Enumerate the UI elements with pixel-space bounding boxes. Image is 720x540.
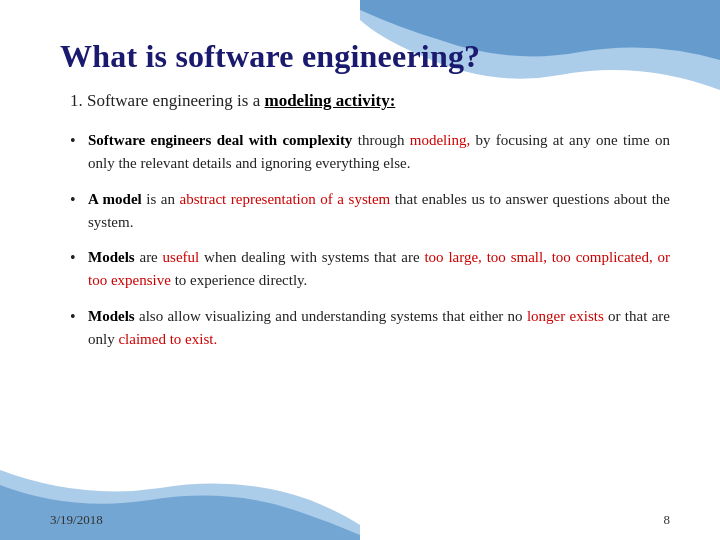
bullet-3-red1: useful [163, 249, 200, 265]
slide-content: What is software engineering? 1. Softwar… [0, 0, 720, 383]
bullet-2: A model is an abstract representation of… [70, 188, 670, 235]
subtitle: 1. Software engineering is a modeling ac… [70, 91, 670, 111]
bullet-2-t1: is an [142, 191, 180, 207]
bullet-list: Software engineers deal with complexity … [70, 129, 670, 351]
bullet-3-t1: are [135, 249, 163, 265]
bullet-1-t1: through [352, 132, 409, 148]
bullet-3-t3: to experience directly. [171, 272, 307, 288]
bullet-1: Software engineers deal with complexity … [70, 129, 670, 176]
subtitle-bold: modeling activity: [265, 91, 396, 110]
wave-bottom-decoration [0, 470, 360, 540]
bullet-4-t1: also allow visualizing and understanding… [135, 308, 527, 324]
bullet-1-red: modeling, [410, 132, 470, 148]
footer-page-number: 8 [664, 512, 671, 528]
bullet-3: Models are useful when dealing with syst… [70, 246, 670, 293]
subtitle-prefix: 1. Software engineering is a [70, 91, 265, 110]
slide: What is software engineering? 1. Softwar… [0, 0, 720, 540]
bullet-4-red2: claimed to exist. [118, 331, 217, 347]
bullet-3-t2: when dealing with systems that are [199, 249, 424, 265]
footer-date: 3/19/2018 [50, 512, 103, 528]
bullet-4-red1: longer exists [527, 308, 604, 324]
bullet-1-bold: Software engineers deal with complexity [88, 132, 352, 148]
slide-title: What is software engineering? [60, 38, 670, 75]
bullet-2-red: abstract representation of a system [180, 191, 391, 207]
bullet-3-bold: Models [88, 249, 135, 265]
bullet-4: Models also allow visualizing and unders… [70, 305, 670, 352]
bullet-2-bold: A model [88, 191, 142, 207]
bullet-4-bold: Models [88, 308, 135, 324]
